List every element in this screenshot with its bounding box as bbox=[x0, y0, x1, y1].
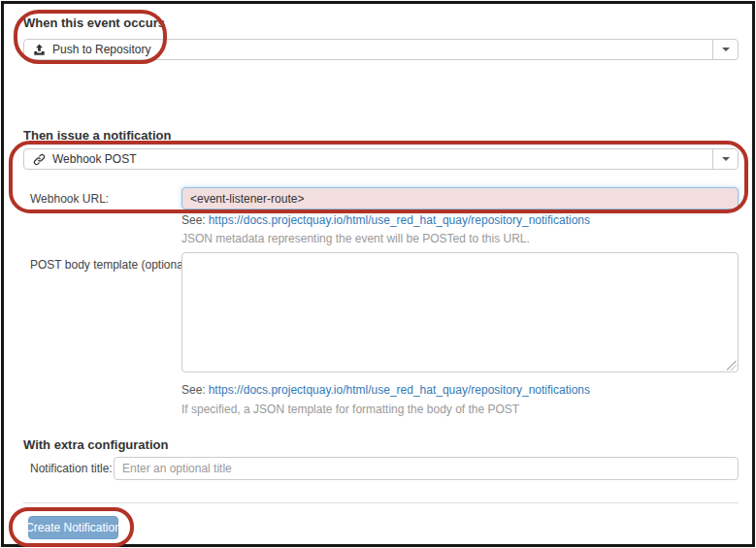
notification-title-label: Notification title: bbox=[30, 462, 113, 475]
event-select-caret-button[interactable] bbox=[712, 40, 738, 59]
post-body-help-line: See:https://docs.projectquay.io/html/use… bbox=[181, 383, 590, 397]
event-type-value: Push to Repository bbox=[52, 43, 150, 56]
create-notification-button[interactable]: Create Notification bbox=[28, 516, 118, 539]
webhook-url-input[interactable] bbox=[181, 187, 739, 210]
notification-title-input[interactable] bbox=[114, 457, 739, 480]
event-section-heading: When this event occurs bbox=[23, 16, 165, 30]
post-body-description: If specified, a JSON template for format… bbox=[181, 403, 519, 416]
see-prefix: See: bbox=[181, 383, 206, 397]
textarea-resize-grip-icon[interactable] bbox=[727, 361, 737, 371]
webhook-description: JSON metadata representing the event wil… bbox=[181, 232, 530, 245]
config-section-heading: With extra configuration bbox=[23, 437, 168, 452]
post-body-textarea[interactable] bbox=[181, 252, 739, 372]
notification-method-value: Webhook POST bbox=[52, 152, 136, 166]
footer-divider bbox=[23, 502, 739, 503]
caret-down-icon bbox=[722, 157, 730, 161]
upload-icon bbox=[33, 44, 46, 56]
webhook-help-line: See:https://docs.projectquay.io/html/use… bbox=[181, 213, 590, 227]
caret-down-icon bbox=[722, 48, 730, 51]
post-body-label: POST body template (optional): bbox=[30, 258, 193, 272]
see-prefix: See: bbox=[181, 213, 206, 227]
notification-section-heading: Then issue a notification bbox=[23, 128, 171, 143]
webhook-docs-link[interactable]: https://docs.projectquay.io/html/use_red… bbox=[209, 213, 590, 227]
notification-create-panel: When this event occurs Push to Repositor… bbox=[1, 1, 755, 547]
post-body-docs-link[interactable]: https://docs.projectquay.io/html/use_red… bbox=[209, 383, 590, 397]
event-type-select[interactable]: Push to Repository bbox=[23, 39, 739, 60]
notification-method-select[interactable]: Webhook POST bbox=[23, 148, 739, 170]
webhook-url-label: Webhook URL: bbox=[30, 192, 109, 206]
link-icon bbox=[33, 153, 46, 166]
method-select-caret-button[interactable] bbox=[712, 149, 738, 169]
